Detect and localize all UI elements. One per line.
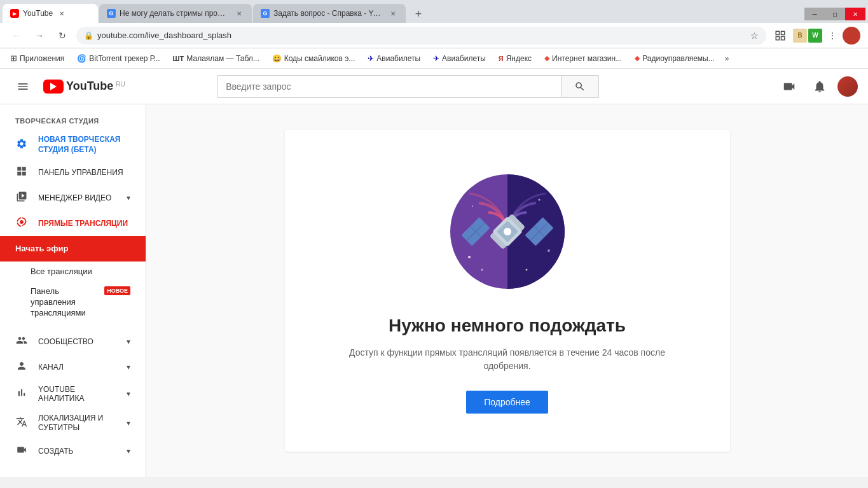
tab-google2[interactable]: G Задать вопрос - Справка - YouT... ✕ [253,4,406,23]
bookmark-extensions2-icon[interactable]: W [808,29,822,43]
sidebar-label-analytics: YOUTUBE АНАЛИТИКА [38,385,116,403]
tab-title-youtube: YouTube [23,9,53,18]
sidebar-item-localization[interactable]: ЛОКАЛИЗАЦИЯ ИСУБТИТРЫ ▾ [0,408,146,438]
malayalam-icon: ШТ [173,55,184,62]
bookmark-star-icon[interactable]: ☆ [750,31,759,41]
sidebar-item-all-streams[interactable]: Все трансляции [0,261,146,281]
sidebar-item-start-live[interactable]: Начать эфир [0,236,146,261]
tab-close-google1[interactable]: ✕ [234,8,244,18]
youtube-logo-text: YouTube [66,80,113,93]
sidebar-label-channel: КАНАЛ [38,363,116,372]
bookmark-apps[interactable]: ⊞ Приложения [5,52,69,64]
address-bar: ← → ↻ 🔒 youtube.com/live_dashboard_splas… [0,23,868,48]
sidebar-label-stream-panel: Панель управлениятрансляциями [31,286,99,319]
sidebar-item-create[interactable]: СОЗДАТЬ ▾ [0,438,146,464]
analytics-arrow: ▾ [127,389,130,398]
sidebar-item-analytics[interactable]: YOUTUBE АНАЛИТИКА ▾ [0,380,146,408]
sidebar-label-create: СОЗДАТЬ [38,447,116,456]
community-arrow: ▾ [127,337,130,346]
search-input[interactable] [217,75,561,98]
minimize-button[interactable]: ─ [804,8,825,20]
bookmark-extensions-icon[interactable]: B [793,29,807,43]
create-icon [15,444,28,458]
refresh-button[interactable]: ↻ [53,27,71,45]
tab-youtube[interactable]: ▶ YouTube ✕ [3,4,98,23]
user-avatar[interactable] [837,76,858,97]
user-profile-icon[interactable] [843,27,860,45]
video-manager-arrow: ▾ [127,193,130,202]
svg-point-18 [468,256,471,258]
tab-title-google1: Не могу делать стримы прошло... [120,9,230,18]
maximize-button[interactable]: □ [825,8,845,20]
sidebar-item-live[interactable]: ПРЯМЫЕ ТРАНСЛЯЦИИ [0,211,146,236]
svg-point-20 [538,199,540,201]
channel-icon [15,360,28,374]
tab-close-google2[interactable]: ✕ [388,8,398,18]
youtube-logo[interactable]: YouTube RU [43,80,125,94]
sidebar-label-dashboard: ПАНЕЛЬ УПРАВЛЕНИЯ [38,168,130,177]
bookmark-rc[interactable]: ◆ Радиоуправляемы... [630,53,720,64]
extensions-icon[interactable] [771,27,789,45]
bittorrent-icon: 🌀 [77,54,86,63]
search-bar [217,75,599,98]
hamburger-menu-button[interactable] [10,74,36,99]
svg-point-23 [472,206,473,207]
channel-arrow: ▾ [127,363,130,372]
sidebar-item-new-studio[interactable]: НОВАЯ ТВОРЧЕСКАЯСТУДИЯ (БЕТА) [0,130,146,160]
sidebar-label-start-live: Начать эфир [15,244,130,254]
bookmark-store[interactable]: ◆ Интернет магазин... [539,53,627,64]
community-icon [15,335,28,349]
sidebar-item-video-manager[interactable]: МЕНЕДЖЕР ВИДЕО ▾ [0,185,146,211]
bookmarks-more[interactable]: » [725,54,729,63]
youtube-logo-icon [43,80,64,94]
sidebar-item-channel[interactable]: КАНАЛ ▾ [0,354,146,380]
svg-point-21 [548,249,550,252]
sidebar-section-title: ТВОРЧЕСКАЯ СТУДИЯ [0,109,146,130]
live-streaming-icon [15,216,28,230]
svg-rect-0 [776,31,779,34]
rc-icon: ◆ [635,54,640,62]
learn-more-button[interactable]: Подробнее [466,391,548,414]
search-button[interactable] [561,75,599,98]
sidebar-item-dashboard[interactable]: ПАНЕЛЬ УПРАВЛЕНИЯ [0,160,146,185]
avia1-icon: ✈ [368,54,374,63]
wait-title: Нужно немного подождать [389,316,626,336]
bookmark-emoji[interactable]: 😀 Коды смайликов э... [267,53,361,64]
notifications-button[interactable] [807,74,832,99]
satellite-illustration [444,168,571,295]
sidebar-label-new-studio: НОВАЯ ТВОРЧЕСКАЯСТУДИЯ (БЕТА) [38,135,130,155]
back-button[interactable]: ← [8,27,25,45]
sidebar-item-community[interactable]: СООБЩЕСТВО ▾ [0,329,146,354]
bookmark-malayalam[interactable]: ШТ Малаялам — Табл... [168,53,265,64]
dashboard-icon [15,165,28,179]
svg-point-19 [481,269,483,271]
tab-close-youtube[interactable]: ✕ [57,8,67,18]
wait-description: Доступ к функции прямых трансляций появл… [336,346,679,373]
svg-rect-2 [776,36,779,39]
new-tab-button[interactable]: + [410,5,427,23]
svg-point-17 [504,228,511,235]
sidebar-label-localization: ЛОКАЛИЗАЦИЯ ИСУБТИТРЫ [38,414,116,433]
bookmark-bittorrent[interactable]: 🌀 BitTorrent трекер Р... [72,53,165,64]
gear-icon [15,138,28,152]
svg-rect-1 [782,31,785,34]
url-bar[interactable]: 🔒 youtube.com/live_dashboard_splash ☆ [76,27,766,45]
wait-card: Нужно немного подождать Доступ к функции… [285,130,730,452]
apps-grid-icon: ⊞ [10,53,17,63]
new-badge: НОВОЕ [104,286,130,295]
bookmark-yandex[interactable]: Я Яндекс [493,53,537,64]
tab-title-google2: Задать вопрос - Справка - YouT... [273,9,384,18]
bookmark-avia1[interactable]: ✈ Авиабилеты [362,53,425,64]
yandex-icon: Я [499,55,504,62]
sidebar-item-stream-panel[interactable]: Панель управлениятрансляциями НОВОЕ [0,281,146,324]
svg-point-22 [525,269,527,271]
store-icon: ◆ [544,54,549,62]
tab-google1[interactable]: G Не могу делать стримы прошло... ✕ [99,4,252,23]
analytics-icon [15,387,28,401]
chrome-menu-icon[interactable]: ⋮ [823,27,841,45]
bookmark-avia2[interactable]: ✈ Авиабилеты [428,53,491,64]
forward-button[interactable]: → [31,27,48,45]
close-button[interactable]: ✕ [845,8,865,20]
upload-video-button[interactable] [776,74,802,99]
avia2-icon: ✈ [433,54,439,63]
